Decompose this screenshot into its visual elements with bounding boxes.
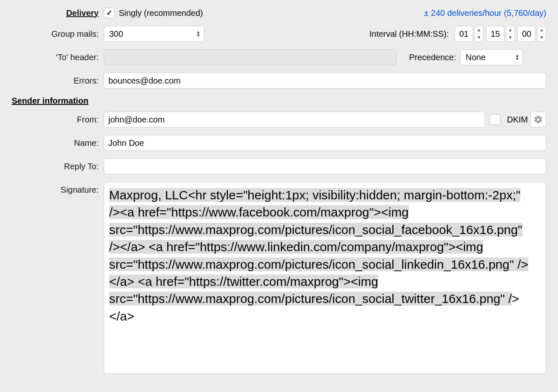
signature-selected-text: Maxprog, LLC<hr style="height:1px; visib… <box>109 188 528 305</box>
from-row: From: DKIM <box>12 112 546 127</box>
replyto-input[interactable] <box>104 158 546 174</box>
interval-ss-up[interactable]: ▲ <box>538 26 546 34</box>
interval-hh-down[interactable]: ▼ <box>475 34 483 42</box>
interval-mm-input[interactable] <box>486 26 504 42</box>
dkim-settings-button[interactable] <box>530 112 546 127</box>
from-label: From: <box>12 115 104 125</box>
precedence-label: Precedence: <box>409 53 456 62</box>
delivery-rate-link[interactable]: ± 240 deliveries/hour (5,760/day) <box>424 8 546 18</box>
name-label: Name: <box>12 138 104 148</box>
chevron-updown-icon: ▲▼ <box>196 31 200 37</box>
interval-ss-down[interactable]: ▼ <box>538 34 546 42</box>
interval-hh-input[interactable] <box>455 26 473 42</box>
interval-mm-up[interactable]: ▲ <box>506 26 514 34</box>
interval-mm-down[interactable]: ▼ <box>506 34 514 42</box>
replyto-label: Reply To: <box>12 162 104 171</box>
name-input[interactable] <box>104 135 546 151</box>
errors-row: Errors: <box>12 73 546 89</box>
precedence-select[interactable]: None ▲▼ <box>460 49 523 65</box>
interval-hh-up[interactable]: ▲ <box>475 26 483 34</box>
to-header-input[interactable] <box>104 49 397 65</box>
group-mails-row: Group mails: 300 ▲▼ Interval (HH:MM:SS):… <box>12 26 546 42</box>
interval-mm-buttons: ▲ ▼ <box>506 26 515 42</box>
group-mails-label: Group mails: <box>12 29 104 39</box>
signature-row: Signature: Maxprog, LLC<hr style="height… <box>12 182 546 374</box>
group-mails-select[interactable]: 300 ▲▼ <box>104 26 204 42</box>
signature-textarea[interactable]: Maxprog, LLC<hr style="height:1px; visib… <box>104 182 546 374</box>
gear-icon <box>534 115 543 124</box>
delivery-heading: Delivery <box>12 8 104 18</box>
check-icon: ✓ <box>106 8 113 18</box>
interval-label: Interval (HH:MM:SS): <box>369 29 449 39</box>
interval-ss-input[interactable] <box>517 26 536 42</box>
singly-checkbox[interactable]: ✓ <box>104 8 115 18</box>
delivery-row: Delivery ✓ Singly (recommended) ± 240 de… <box>12 8 546 18</box>
from-input[interactable] <box>104 112 485 127</box>
precedence-value: None <box>466 53 486 62</box>
interval-mm-stepper: ▲ ▼ <box>486 26 515 42</box>
singly-label: Singly (recommended) <box>119 8 203 18</box>
dkim-checkbox[interactable] <box>489 114 500 125</box>
errors-input[interactable] <box>104 73 546 89</box>
group-mails-value: 300 <box>109 29 123 39</box>
errors-label: Errors: <box>12 76 104 86</box>
chevron-updown-icon: ▲▼ <box>515 54 519 61</box>
name-row: Name: <box>12 135 546 151</box>
sender-information-heading: Sender information <box>12 96 546 106</box>
signature-label: Signature: <box>12 182 104 195</box>
dkim-label: DKIM <box>507 115 528 125</box>
interval-hh-stepper: ▲ ▼ <box>455 26 484 42</box>
interval-ss-stepper: ▲ ▼ <box>517 26 546 42</box>
to-header-row: 'To' header: Precedence: None ▲▼ <box>12 49 546 65</box>
interval-ss-buttons: ▲ ▼ <box>537 26 546 42</box>
interval-hh-buttons: ▲ ▼ <box>474 26 484 42</box>
replyto-row: Reply To: <box>12 158 546 174</box>
to-header-label: 'To' header: <box>12 53 104 62</box>
